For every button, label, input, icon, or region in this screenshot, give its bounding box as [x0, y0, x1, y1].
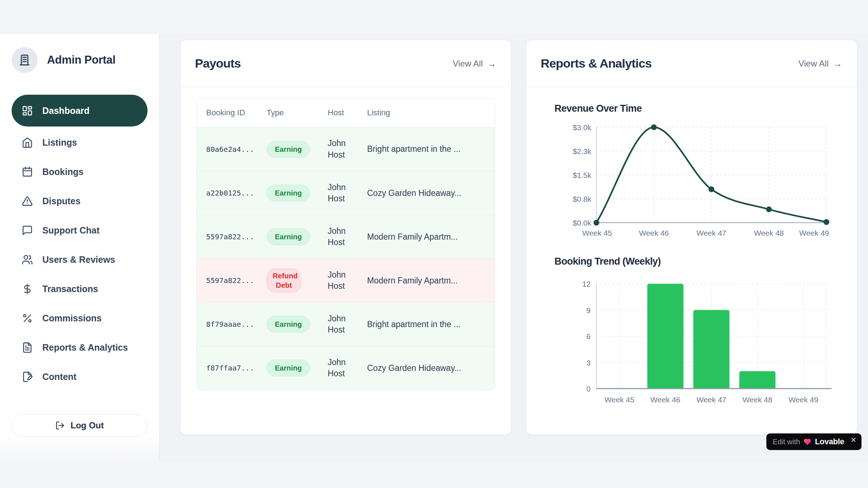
- sidebar-item-commissions[interactable]: Commissions: [12, 304, 148, 333]
- sidebar-item-label: Listings: [42, 137, 77, 148]
- close-icon[interactable]: ✕: [850, 436, 856, 444]
- data-point: [651, 124, 657, 130]
- axis-tick-label: Week 48: [743, 395, 773, 404]
- payouts-table-wrap: Booking IDTypeHostListing 80a6e2a4...Ear…: [180, 87, 511, 390]
- sidebar-item-label: Commissions: [42, 313, 102, 324]
- sidebar-item-reports-analytics[interactable]: Reports & Analytics: [12, 333, 148, 362]
- sidebar-item-support-chat[interactable]: Support Chat: [12, 216, 148, 245]
- payout-row[interactable]: 5597a822...EarningJohn HostModern Family…: [197, 215, 495, 258]
- alert-triangle-icon: [22, 196, 33, 207]
- payouts-title: Payouts: [195, 56, 241, 70]
- listing-name: Bright apartment in the ...: [367, 144, 489, 154]
- sidebar-item-users-reviews[interactable]: Users & Reviews: [12, 245, 148, 274]
- reports-card: Reports & Analytics View All → Revenue O…: [526, 40, 857, 435]
- bar: [739, 371, 775, 389]
- sidebar: Admin Portal DashboardListingsBookingsDi…: [0, 34, 159, 462]
- host-name: John Host: [328, 182, 362, 204]
- sidebar-item-label: Transactions: [42, 284, 98, 294]
- file-pen-icon: [22, 371, 33, 382]
- host-name: John Host: [328, 357, 362, 379]
- payout-row[interactable]: f87ffaa7...EarningJohn HostCozy Garden H…: [197, 346, 495, 390]
- listing-name: Bright apartment in the ...: [367, 320, 489, 329]
- arrow-right-icon: →: [833, 59, 842, 68]
- column-header: Type: [267, 98, 328, 127]
- axis-tick-label: 6: [586, 332, 591, 341]
- type-badge: Refund Debt: [267, 269, 301, 292]
- column-header: Host: [328, 98, 367, 127]
- booking-bar-chart: 036912Week 45Week 46Week 47Week 48Week 4…: [542, 274, 839, 408]
- sidebar-item-label: Users & Reviews: [42, 254, 115, 265]
- type-badge: Earning: [267, 360, 310, 376]
- building-icon: [12, 47, 38, 73]
- brand: Admin Portal: [12, 47, 148, 73]
- app-title: Admin Portal: [47, 53, 115, 67]
- type-badge: Earning: [267, 141, 310, 158]
- axis-tick-label: Week 46: [651, 395, 681, 404]
- payout-row[interactable]: 80a6e2a4...EarningJohn HostBright apartm…: [197, 127, 495, 171]
- data-point: [824, 219, 829, 225]
- axis-tick-label: Week 48: [754, 229, 784, 237]
- axis-tick-label: $2.3k: [573, 147, 592, 155]
- listing-name: Cozy Garden Hideaway...: [367, 188, 489, 198]
- home-icon: [22, 137, 33, 148]
- file-text-icon: [22, 342, 33, 353]
- logout-button[interactable]: Log Out: [12, 414, 148, 437]
- axis-tick-label: Week 49: [788, 395, 818, 404]
- sidebar-item-content[interactable]: Content: [12, 362, 148, 391]
- sidebar-item-disputes[interactable]: Disputes: [12, 187, 148, 216]
- axis-tick-label: Week 46: [639, 229, 669, 237]
- lovable-label: Lovable: [815, 429, 844, 455]
- payout-row[interactable]: 8f79aaae...EarningJohn HostBright apartm…: [197, 302, 495, 346]
- sidebar-item-label: Disputes: [42, 196, 81, 206]
- column-header: Listing: [367, 98, 495, 127]
- type-badge: Earning: [267, 228, 310, 245]
- axis-tick-label: 0: [586, 385, 591, 393]
- edit-with-lovable-badge[interactable]: Edit with Lovable ✕: [766, 433, 861, 450]
- revenue-line-chart: $0.0k$0.8k$1.5k$2.3k$3.0kWeek 45Week 46W…: [542, 121, 839, 240]
- booking-chart-section: Booking Trend (Weekly) 036912Week 45Week…: [526, 240, 857, 408]
- axis-tick-label: Week 45: [604, 395, 634, 404]
- payouts-card: Payouts View All → Booking IDTypeHostLis…: [180, 40, 511, 435]
- payout-row[interactable]: 5597a822...Refund DebtJohn HostModern Fa…: [197, 258, 495, 302]
- chat-icon: [22, 225, 33, 236]
- payouts-card-header: Payouts View All →: [180, 40, 511, 87]
- reports-card-header: Reports & Analytics View All →: [526, 40, 857, 87]
- sidebar-item-label: Support Chat: [42, 225, 99, 236]
- host-name: John Host: [328, 226, 362, 248]
- column-header: Booking ID: [197, 98, 267, 127]
- booking-id: 8f79aaae...: [206, 320, 254, 329]
- type-badge: Earning: [267, 185, 310, 201]
- users-icon: [22, 254, 33, 265]
- revenue-chart-section: Revenue Over Time $0.0k$0.8k$1.5k$2.3k$3…: [526, 87, 857, 240]
- sidebar-item-transactions[interactable]: Transactions: [12, 274, 148, 304]
- axis-tick-label: 12: [582, 280, 591, 288]
- sidebar-item-bookings[interactable]: Bookings: [12, 157, 148, 187]
- reports-view-all-link[interactable]: View All →: [798, 59, 842, 69]
- sidebar-item-label: Bookings: [42, 167, 84, 177]
- data-point: [593, 220, 599, 226]
- bar: [647, 284, 684, 389]
- payouts-view-all-link[interactable]: View All →: [452, 59, 497, 69]
- sidebar-item-label: Reports & Analytics: [42, 342, 128, 353]
- axis-tick-label: Week 47: [697, 229, 727, 237]
- booking-id: 5597a822...: [206, 276, 254, 285]
- bar: [693, 310, 729, 389]
- booking-chart-title: Booking Trend (Weekly): [542, 256, 841, 267]
- axis-tick-label: Week 45: [582, 229, 612, 237]
- booking-id: 5597a822...: [206, 232, 254, 241]
- sidebar-item-dashboard[interactable]: Dashboard: [12, 95, 148, 127]
- edit-with-label: Edit with: [773, 438, 800, 446]
- axis-tick-label: $0.0k: [573, 219, 592, 227]
- sidebar-item-listings[interactable]: Listings: [12, 128, 148, 157]
- payout-row[interactable]: a22b0125...EarningJohn HostCozy Garden H…: [197, 171, 495, 215]
- axis-tick-label: Week 47: [697, 395, 727, 404]
- arrow-right-icon: →: [487, 59, 497, 68]
- host-name: John Host: [328, 269, 362, 292]
- data-point: [709, 187, 714, 192]
- lovable-heart-icon: [803, 438, 812, 446]
- booking-id: f87ffaa7...: [206, 364, 254, 372]
- host-name: John Host: [328, 138, 362, 160]
- booking-id: a22b0125...: [206, 189, 254, 197]
- table-header-row: Booking IDTypeHostListing: [197, 98, 495, 127]
- host-name: John Host: [328, 313, 362, 335]
